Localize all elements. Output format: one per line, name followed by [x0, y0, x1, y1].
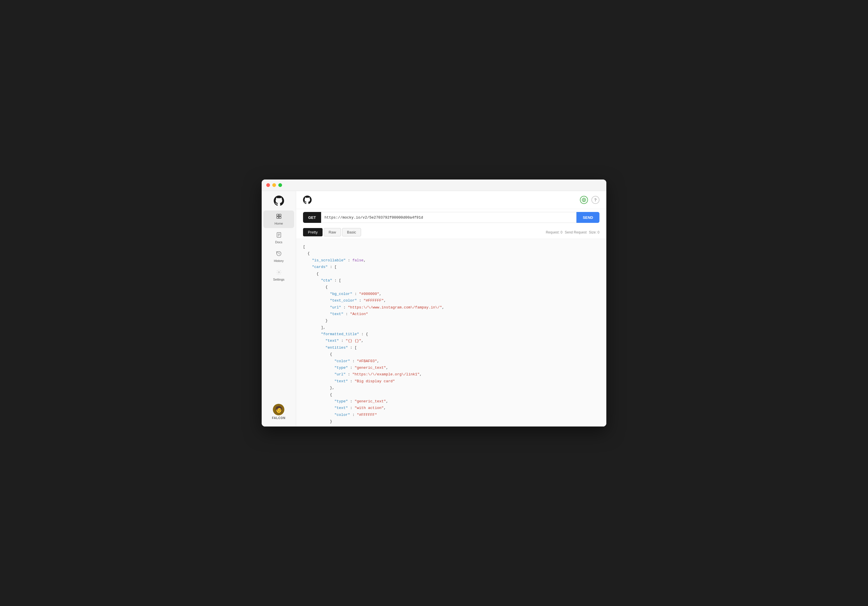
- sidebar-item-docs[interactable]: Docs: [264, 229, 294, 247]
- home-label: Home: [274, 222, 283, 225]
- maximize-button[interactable]: [278, 183, 282, 187]
- sidebar-nav: Home Docs: [262, 211, 296, 284]
- home-icon: [276, 213, 282, 220]
- tab-pretty[interactable]: Pretty: [303, 228, 322, 236]
- history-icon: [276, 251, 282, 258]
- url-input[interactable]: [321, 212, 577, 223]
- docs-icon: [276, 232, 282, 239]
- svg-rect-3: [279, 217, 281, 219]
- settings-icon: [276, 270, 282, 277]
- sidebar-item-settings[interactable]: Settings: [264, 267, 294, 284]
- method-button[interactable]: GET: [303, 212, 321, 223]
- top-bar-right: ?: [580, 196, 600, 204]
- svg-rect-2: [277, 217, 279, 219]
- send-request-label: Send Request: [565, 230, 586, 234]
- avatar-label: FALCON: [272, 417, 285, 420]
- avatar[interactable]: 🧑: [273, 404, 284, 415]
- svg-rect-0: [277, 214, 279, 216]
- sidebar: Home Docs: [262, 191, 296, 426]
- app-window: Home Docs: [262, 180, 606, 426]
- tabs-meta: Request: 0 Send Request Size: 0: [546, 230, 600, 234]
- top-bar: ?: [296, 191, 606, 209]
- sidebar-logo: [274, 195, 284, 206]
- main-content: ? GET SEND Pretty Raw Basic Request: 0 S…: [296, 191, 606, 426]
- docs-label: Docs: [275, 240, 282, 244]
- size-label: Size: 0: [589, 230, 600, 234]
- json-response: [ { "is_scrollable" : false, "cards" : […: [303, 243, 600, 426]
- svg-rect-1: [279, 214, 281, 216]
- help-button[interactable]: ?: [591, 196, 600, 204]
- send-button[interactable]: SEND: [577, 212, 600, 223]
- history-label: History: [274, 259, 284, 262]
- svg-point-9: [278, 272, 279, 273]
- sidebar-item-home[interactable]: Home: [264, 211, 294, 228]
- tab-raw[interactable]: Raw: [324, 228, 341, 236]
- settings-label: Settings: [273, 278, 285, 281]
- close-button[interactable]: [266, 183, 270, 187]
- minimize-button[interactable]: [272, 183, 276, 187]
- tabs-left: Pretty Raw Basic: [303, 228, 361, 236]
- request-count: Request: 0: [546, 230, 563, 234]
- response-body[interactable]: [ { "is_scrollable" : false, "cards" : […: [296, 239, 606, 426]
- response-tabs: Pretty Raw Basic Request: 0 Send Request…: [296, 226, 606, 239]
- github-logo-icon: [303, 195, 312, 204]
- tab-basic[interactable]: Basic: [342, 228, 361, 236]
- top-bar-left: [303, 195, 312, 204]
- titlebar: [262, 180, 606, 191]
- app-body: Home Docs: [262, 191, 606, 426]
- globe-button[interactable]: [580, 196, 588, 204]
- url-bar: GET SEND: [296, 209, 606, 226]
- sidebar-bottom: 🧑 FALCON: [270, 401, 288, 422]
- globe-icon: [582, 198, 586, 202]
- sidebar-item-history[interactable]: History: [264, 248, 294, 265]
